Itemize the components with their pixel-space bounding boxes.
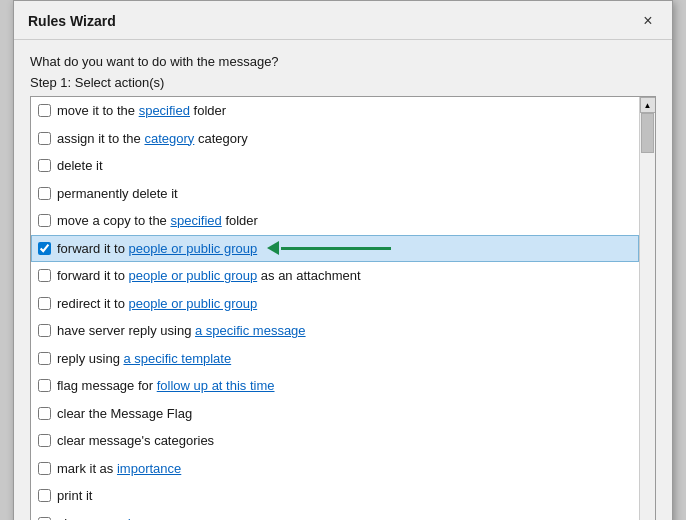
action-text: clear message's categories [57, 431, 214, 451]
title-bar: Rules Wizard × [14, 1, 672, 40]
action-link[interactable]: specified [139, 103, 190, 118]
action-checkbox[interactable] [38, 434, 51, 447]
list-item[interactable]: assign it to the category category [31, 125, 639, 153]
action-text: print it [57, 486, 92, 506]
action-text: reply using a specific template [57, 349, 231, 369]
action-checkbox[interactable] [38, 242, 51, 255]
action-link[interactable]: people or public group [129, 268, 258, 283]
action-link[interactable]: importance [117, 461, 181, 476]
list-item[interactable]: move it to the specified folder [31, 97, 639, 125]
dialog-body: What do you want to do with the message?… [14, 40, 672, 520]
dialog-title: Rules Wizard [28, 13, 116, 29]
action-text: flag message for follow up at this time [57, 376, 275, 396]
action-checkbox[interactable] [38, 187, 51, 200]
green-arrow-indicator [267, 241, 391, 255]
action-checkbox[interactable] [38, 104, 51, 117]
close-button[interactable]: × [636, 9, 660, 33]
scroll-thumb[interactable] [641, 113, 654, 153]
question-text: What do you want to do with the message? [30, 54, 656, 69]
list-item[interactable]: clear the Message Flag [31, 400, 639, 428]
list-item[interactable]: clear message's categories [31, 427, 639, 455]
action-link[interactable]: category [144, 131, 194, 146]
list-item[interactable]: flag message for follow up at this time [31, 372, 639, 400]
action-text: move a copy to the specified folder [57, 211, 258, 231]
action-checkbox[interactable] [38, 352, 51, 365]
action-link[interactable]: a specific template [123, 351, 231, 366]
list-item[interactable]: redirect it to people or public group [31, 290, 639, 318]
action-link[interactable]: follow up at this time [157, 378, 275, 393]
action-checkbox[interactable] [38, 132, 51, 145]
action-checkbox[interactable] [38, 489, 51, 502]
action-link[interactable]: a specific message [195, 323, 306, 338]
actions-list-container: move it to the specified folderassign it… [30, 96, 656, 520]
action-text: forward it to people or public group as … [57, 266, 361, 286]
list-item[interactable]: print it [31, 482, 639, 510]
action-text: permanently delete it [57, 184, 178, 204]
action-checkbox[interactable] [38, 159, 51, 172]
scrollbar[interactable]: ▲ ▼ [639, 97, 655, 520]
list-item[interactable]: reply using a specific template [31, 345, 639, 373]
list-item[interactable]: permanently delete it [31, 180, 639, 208]
scroll-track [640, 113, 655, 520]
list-item[interactable]: forward it to people or public group [31, 235, 639, 263]
list-item[interactable]: play a sound [31, 510, 639, 521]
action-checkbox[interactable] [38, 462, 51, 475]
step-label: Step 1: Select action(s) [30, 75, 656, 90]
list-item[interactable]: have server reply using a specific messa… [31, 317, 639, 345]
action-text: play a sound [57, 514, 131, 521]
action-checkbox[interactable] [38, 297, 51, 310]
action-text: assign it to the category category [57, 129, 248, 149]
scroll-up-arrow[interactable]: ▲ [640, 97, 656, 113]
action-link[interactable]: specified [170, 213, 221, 228]
action-text: forward it to people or public group [57, 239, 257, 259]
action-link[interactable]: people or public group [129, 241, 258, 256]
action-text: redirect it to people or public group [57, 294, 257, 314]
action-checkbox[interactable] [38, 379, 51, 392]
list-item[interactable]: forward it to people or public group as … [31, 262, 639, 290]
rules-wizard-dialog: Rules Wizard × What do you want to do wi… [13, 0, 673, 520]
action-checkbox[interactable] [38, 407, 51, 420]
list-item[interactable]: delete it [31, 152, 639, 180]
action-link[interactable]: a sound [84, 516, 130, 521]
list-item[interactable]: move a copy to the specified folder [31, 207, 639, 235]
list-item[interactable]: mark it as importance [31, 455, 639, 483]
action-checkbox[interactable] [38, 214, 51, 227]
action-text: move it to the specified folder [57, 101, 226, 121]
action-checkbox[interactable] [38, 269, 51, 282]
action-text: mark it as importance [57, 459, 181, 479]
action-text: have server reply using a specific messa… [57, 321, 306, 341]
action-text: delete it [57, 156, 103, 176]
action-link[interactable]: people or public group [129, 296, 258, 311]
actions-list-scroll[interactable]: move it to the specified folderassign it… [31, 97, 639, 520]
action-text: clear the Message Flag [57, 404, 192, 424]
action-checkbox[interactable] [38, 324, 51, 337]
